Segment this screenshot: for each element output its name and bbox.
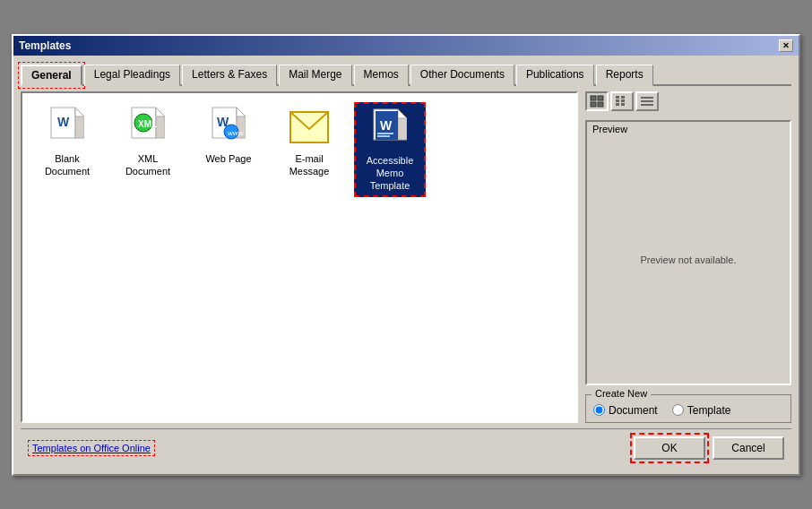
- svg-rect-28: [621, 96, 625, 99]
- radio-document-option[interactable]: Document: [593, 404, 658, 417]
- svg-rect-27: [616, 96, 619, 99]
- svg-marker-2: [75, 108, 84, 116]
- blank-document-label: BlankDocument: [45, 152, 90, 178]
- view-buttons: [585, 91, 791, 111]
- main-area: W BlankDocument XML: [21, 91, 791, 423]
- radio-template-label: Template: [687, 404, 731, 417]
- xml-document-icon: XML: [126, 106, 169, 149]
- radio-row: Document Template: [593, 404, 783, 417]
- svg-rect-22: [377, 135, 390, 137]
- tab-reports[interactable]: Reports: [596, 65, 653, 86]
- dialog-title: Templates: [19, 39, 71, 52]
- view-medium-button[interactable]: [610, 91, 634, 111]
- preview-box: Preview Preview not available.: [585, 120, 791, 385]
- svg-rect-23: [591, 96, 596, 100]
- tab-other-documents[interactable]: Other Documents: [410, 65, 514, 86]
- svg-rect-24: [598, 96, 603, 100]
- right-panel: Preview Preview not available. Create Ne…: [585, 91, 791, 423]
- preview-content: Preview not available.: [587, 136, 790, 384]
- tab-mail-merge[interactable]: Mail Merge: [279, 65, 351, 86]
- tab-general[interactable]: General: [21, 65, 82, 86]
- tab-publications[interactable]: Publications: [516, 65, 594, 86]
- accessible-memo-icon: W: [368, 108, 411, 151]
- create-new-legend: Create New: [592, 388, 651, 399]
- svg-rect-29: [616, 99, 619, 102]
- dialog-body: General Legal Pleadings Letters & Faxes …: [13, 56, 799, 474]
- tab-legal-pleadings[interactable]: Legal Pleadings: [84, 65, 180, 86]
- svg-marker-11: [237, 108, 246, 116]
- svg-rect-34: [641, 100, 653, 102]
- templates-online-link[interactable]: Templates on Office Online: [28, 440, 155, 456]
- web-page-label: Web Page: [205, 152, 251, 165]
- svg-marker-6: [156, 108, 165, 116]
- svg-rect-31: [616, 103, 619, 106]
- svg-rect-30: [621, 99, 625, 102]
- view-list-button[interactable]: [635, 91, 659, 111]
- tabs-row: General Legal Pleadings Letters & Faxes …: [21, 63, 791, 86]
- title-bar-controls: ✕: [779, 39, 793, 52]
- close-button[interactable]: ✕: [779, 39, 793, 52]
- svg-text:W: W: [380, 118, 393, 133]
- view-large-button[interactable]: [585, 91, 609, 111]
- template-blank-document[interactable]: W BlankDocument: [31, 102, 103, 198]
- radio-document-label: Document: [609, 404, 658, 417]
- title-bar: Templates ✕: [13, 36, 799, 56]
- svg-text:XML: XML: [138, 119, 157, 129]
- web-page-icon: W www: [207, 106, 250, 149]
- svg-rect-35: [641, 104, 653, 106]
- radio-document-input[interactable]: [593, 404, 605, 416]
- radio-template-option[interactable]: Template: [672, 404, 731, 417]
- template-xml-document[interactable]: XML XML Document: [112, 102, 184, 198]
- xml-document-label: XML Document: [116, 152, 180, 178]
- svg-text:W: W: [57, 115, 70, 129]
- template-web-page[interactable]: W www Web Page: [193, 102, 264, 198]
- template-panel: W BlankDocument XML: [21, 91, 578, 423]
- cancel-button[interactable]: Cancel: [713, 436, 784, 460]
- create-new-group: Create New Document Template: [585, 394, 791, 423]
- svg-text:www: www: [227, 129, 244, 137]
- svg-rect-21: [377, 133, 393, 134]
- ok-button[interactable]: OK: [634, 436, 705, 460]
- blank-document-icon: W: [46, 106, 89, 149]
- tab-memos[interactable]: Memos: [354, 65, 409, 86]
- svg-rect-26: [598, 102, 603, 107]
- svg-marker-18: [398, 109, 407, 118]
- template-accessible-memo[interactable]: W AccessibleMemoTemplate: [354, 102, 426, 198]
- radio-template-input[interactable]: [672, 404, 684, 416]
- bottom-bar: Templates on Office Online OK Cancel: [21, 428, 791, 467]
- email-message-label: E-mailMessage: [289, 152, 330, 178]
- tab-letters-faxes[interactable]: Letters & Faxes: [182, 65, 277, 86]
- templates-dialog: Templates ✕ General Legal Pleadings Lett…: [12, 34, 800, 476]
- email-message-icon: [288, 106, 331, 149]
- preview-label: Preview: [587, 122, 790, 136]
- accessible-memo-label: AccessibleMemoTemplate: [367, 154, 414, 193]
- template-email-message[interactable]: E-mailMessage: [273, 102, 345, 198]
- svg-rect-32: [621, 103, 625, 106]
- button-group: OK Cancel: [634, 436, 784, 460]
- svg-rect-25: [591, 102, 596, 107]
- svg-rect-33: [641, 97, 653, 99]
